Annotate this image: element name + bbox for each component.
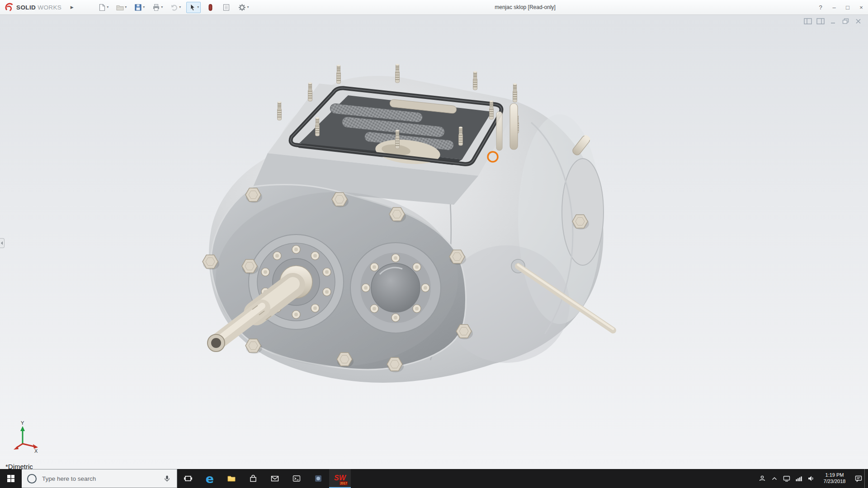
close-document-button[interactable] — [854, 17, 863, 25]
mail-icon — [270, 474, 279, 483]
people-button[interactable] — [756, 474, 768, 483]
network-icon — [795, 474, 803, 483]
dropdown-caret[interactable]: ▾ — [107, 5, 108, 9]
solidworks-app-icon: SW — [334, 474, 346, 482]
show-desktop-button[interactable] — [864, 469, 868, 488]
app-tile-button[interactable] — [307, 469, 329, 488]
file-explorer-icon — [227, 474, 236, 483]
maximize-button[interactable]: □ — [841, 0, 854, 14]
minimize-document-icon — [829, 18, 837, 24]
restore-document-button[interactable] — [841, 17, 851, 25]
quick-access-toolbar: ▾ ▾ ▾ — [96, 2, 250, 13]
volume-icon — [807, 474, 815, 483]
save-icon — [134, 3, 142, 12]
new-document-icon — [98, 3, 106, 12]
file-explorer-button[interactable] — [221, 469, 242, 488]
microphone-icon[interactable] — [163, 474, 171, 483]
edge-icon: e — [206, 473, 214, 485]
tray-overflow-button[interactable] — [768, 474, 780, 483]
split-pane-button[interactable] — [803, 17, 813, 25]
taskbar-clock[interactable]: 1:19 PM 7/23/2018 — [820, 472, 849, 485]
settings-gear-icon — [238, 3, 246, 12]
solidworks-logo: SOLIDWORKS — [5, 3, 61, 12]
appearances-button[interactable] — [204, 2, 217, 13]
brand-solid: SOLID — [16, 4, 36, 11]
task-view-icon — [184, 474, 193, 483]
windows-taskbar: e — [0, 469, 868, 488]
help-button[interactable]: ? — [814, 0, 827, 14]
mail-button[interactable] — [264, 469, 286, 488]
right-bearing-boss[interactable] — [350, 243, 441, 333]
dropdown-caret[interactable]: ▾ — [197, 5, 199, 9]
close-button[interactable]: × — [854, 0, 868, 14]
view-orientation-label: *Dimetric — [5, 463, 33, 469]
start-button[interactable] — [0, 469, 22, 488]
graphics-viewport[interactable]: Y X *Dimetric — [0, 15, 868, 469]
design-binder-button[interactable] — [220, 2, 232, 13]
new-document-button[interactable]: ▾ — [96, 2, 110, 13]
restore-document-icon — [842, 18, 850, 24]
undo-button[interactable]: ▾ — [168, 2, 183, 13]
x-axis-label: X — [34, 448, 38, 454]
save-button[interactable]: ▾ — [132, 2, 146, 13]
people-icon — [758, 474, 766, 483]
gearbox-3d-model[interactable] — [0, 15, 868, 469]
dropdown-caret[interactable]: ▾ — [161, 5, 163, 9]
command-prompt-button[interactable] — [286, 469, 307, 488]
featuremanager-collapsed-tab[interactable] — [0, 238, 5, 248]
action-center-button[interactable] — [852, 474, 864, 483]
document-title: menjac sklop [Read-only] — [495, 4, 556, 10]
design-binder-icon — [222, 3, 231, 12]
clock-date: 7/23/2018 — [820, 479, 849, 485]
select-tool-button[interactable]: ▾ — [186, 2, 201, 13]
command-prompt-icon — [292, 474, 301, 483]
clock-time: 1:19 PM — [820, 472, 849, 479]
y-axis-label: Y — [21, 420, 24, 426]
window-controls: ? – □ × — [814, 0, 868, 14]
toolbar-expander-button[interactable]: ▶ — [68, 2, 76, 12]
task-view-button[interactable] — [177, 469, 199, 488]
edge-button[interactable]: e — [199, 469, 221, 488]
solidworks-year-badge: 2017 — [340, 481, 348, 485]
store-button[interactable] — [242, 469, 264, 488]
print-icon — [152, 3, 160, 12]
monitor-icon — [783, 474, 791, 483]
hardware-button[interactable] — [780, 474, 793, 483]
minimize-document-button[interactable] — [828, 17, 838, 25]
split-pane-icon — [804, 18, 812, 24]
x-axis — [23, 444, 34, 446]
dropdown-caret[interactable]: ▾ — [143, 5, 145, 9]
ds-logo-icon — [5, 3, 14, 12]
orientation-triad[interactable]: Y X — [8, 420, 42, 454]
full-pane-icon — [816, 18, 825, 24]
select-cursor-icon — [188, 3, 197, 12]
full-pane-button[interactable] — [816, 17, 826, 25]
dropdown-caret[interactable]: ▾ — [247, 5, 249, 9]
action-center-icon — [854, 474, 863, 483]
document-window-controls — [803, 17, 863, 25]
brand-works: WORKS — [38, 4, 61, 11]
chevron-up-icon — [770, 474, 778, 483]
cortana-icon — [27, 474, 37, 483]
minimize-button[interactable]: – — [827, 0, 841, 14]
windows-logo-icon — [6, 474, 15, 483]
titlebar: SOLIDWORKS ▶ ▾ ▾ — [0, 0, 868, 15]
undo-icon — [170, 3, 179, 12]
system-tray: 1:19 PM 7/23/2018 — [756, 469, 868, 488]
open-folder-icon — [116, 3, 124, 12]
appearances-icon — [206, 3, 215, 12]
solidworks-window: SOLIDWORKS ▶ ▾ ▾ — [0, 0, 868, 488]
solidworks-taskbar-button[interactable]: SW 2017 — [329, 469, 351, 488]
dropdown-caret[interactable]: ▾ — [125, 5, 127, 9]
taskbar-search[interactable] — [22, 469, 177, 488]
network-button[interactable] — [793, 474, 805, 483]
print-button[interactable]: ▾ — [150, 2, 165, 13]
y-axis-arrow — [20, 426, 25, 431]
search-input[interactable] — [41, 475, 158, 483]
options-button[interactable]: ▾ — [236, 2, 250, 13]
close-document-icon — [854, 18, 863, 24]
store-icon — [249, 474, 258, 483]
volume-button[interactable] — [805, 474, 817, 483]
open-button[interactable]: ▾ — [114, 2, 128, 13]
dropdown-caret[interactable]: ▾ — [179, 5, 181, 9]
